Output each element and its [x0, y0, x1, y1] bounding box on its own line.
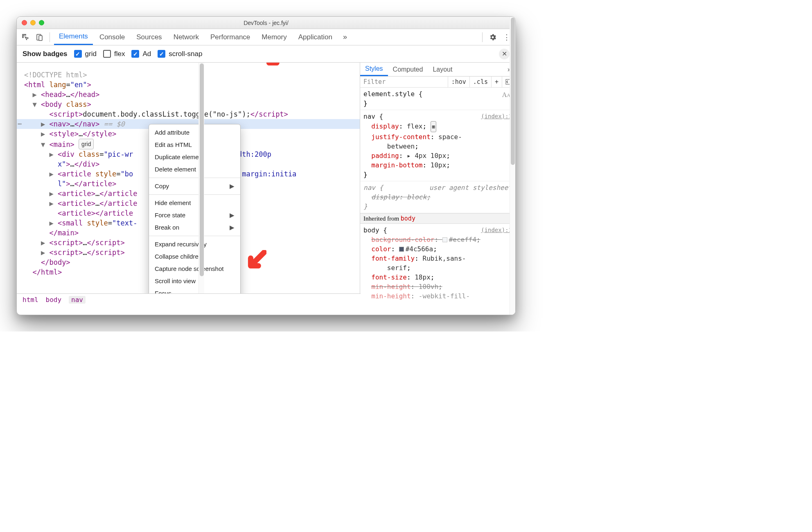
- badge-label: flex: [114, 50, 125, 58]
- rule-source-link[interactable]: (index):1: [481, 225, 512, 235]
- css-rule-nav-ua[interactable]: user agent stylesheet nav { display: blo…: [360, 181, 515, 213]
- main-toolbar: Elements Console Sources Network Perform…: [17, 29, 515, 45]
- dom-line[interactable]: <html lang="en">: [17, 80, 360, 90]
- show-badges-label: Show badges: [23, 50, 68, 58]
- rule-source-link[interactable]: (index):1: [481, 112, 512, 121]
- flex-editor-icon[interactable]: ▥: [431, 121, 437, 132]
- ctx-scroll-into-view[interactable]: Scroll into view: [149, 275, 240, 287]
- css-rule-body[interactable]: (index):1 body { background-color: #ecef…: [360, 224, 515, 302]
- checkbox-icon: [103, 50, 111, 58]
- font-size-icon[interactable]: AA: [502, 90, 510, 100]
- submenu-arrow-icon: ▶: [230, 223, 235, 232]
- more-tabs-chevron-icon[interactable]: »: [339, 33, 351, 41]
- ctx-copy[interactable]: Copy▶: [149, 180, 240, 192]
- crumb-body[interactable]: body: [46, 296, 62, 304]
- badge-label: scroll-snap: [169, 50, 202, 58]
- badge-checkbox-flex[interactable]: flex: [103, 50, 125, 58]
- styles-tab-layout[interactable]: Layout: [428, 63, 457, 76]
- checkbox-icon: [74, 50, 82, 58]
- tab-elements[interactable]: Elements: [54, 29, 93, 45]
- ctx-delete-element[interactable]: Delete element: [149, 163, 240, 176]
- styles-filter-input[interactable]: Filter: [360, 78, 448, 86]
- scrollbar[interactable]: [510, 17, 515, 315]
- submenu-arrow-icon: ▶: [230, 181, 235, 191]
- dom-line[interactable]: ▼ <body class>: [17, 99, 360, 109]
- cls-toggle[interactable]: .cls: [469, 77, 491, 87]
- badge-label: grid: [85, 50, 97, 58]
- device-toolbar-icon[interactable]: [33, 31, 45, 43]
- ctx-hide-element[interactable]: Hide element: [149, 197, 240, 209]
- scrollbar[interactable]: [198, 63, 204, 302]
- main-panels: <!DOCTYPE html> <html lang="en"> ▶ <head…: [17, 63, 515, 302]
- inherited-from-bar: Inherited from body: [360, 213, 515, 224]
- svg-rect-1: [39, 36, 42, 41]
- dom-line[interactable]: ▶ <head>…</head>: [17, 90, 360, 99]
- tab-console[interactable]: Console: [95, 30, 130, 45]
- badge-checkbox-grid[interactable]: grid: [74, 50, 97, 58]
- badge-checkbox-ad[interactable]: Ad: [131, 50, 151, 58]
- ctx-break-on[interactable]: Break on▶: [149, 221, 240, 234]
- tab-sources[interactable]: Sources: [131, 30, 167, 45]
- doctype-line: <!DOCTYPE html>: [17, 70, 360, 80]
- styles-tab-computed[interactable]: Computed: [388, 63, 428, 76]
- elements-tree[interactable]: <!DOCTYPE html> <html lang="en"> ▶ <head…: [17, 63, 360, 302]
- styles-tab-styles[interactable]: Styles: [360, 63, 388, 76]
- checkbox-icon: [158, 50, 165, 58]
- grid-badge[interactable]: grid: [79, 139, 94, 149]
- ctx-add-attribute[interactable]: Add attribute: [149, 126, 240, 139]
- ctx-force-state[interactable]: Force state▶: [149, 209, 240, 221]
- crumb-html[interactable]: html: [23, 296, 38, 304]
- tab-performance[interactable]: Performance: [205, 30, 255, 45]
- element-style-rule[interactable]: element.style {} AA: [360, 88, 515, 110]
- breadcrumb: html body nav: [17, 293, 361, 306]
- close-badges-bar-button[interactable]: ✕: [499, 49, 510, 59]
- add-rule-button[interactable]: +: [491, 77, 502, 87]
- devtools-window: DevTools - jec.fyi/ Elements Console Sou…: [16, 16, 516, 315]
- badge-checkbox-scroll-snap[interactable]: scroll-snap: [158, 50, 202, 58]
- tab-application[interactable]: Application: [293, 30, 337, 45]
- annotation-arrow-icon: [262, 63, 285, 70]
- badges-bar: Show badges grid flex Ad scroll-snap ✕: [17, 45, 515, 63]
- submenu-arrow-icon: ▶: [230, 210, 235, 220]
- css-rule-nav[interactable]: (index):1 nav { display: flex; ▥ justify…: [360, 110, 515, 181]
- tab-network[interactable]: Network: [169, 30, 204, 45]
- dom-line[interactable]: <script>document.body.classList.toggle("…: [17, 109, 360, 119]
- window-title: DevTools - jec.fyi/: [17, 20, 515, 26]
- titlebar: DevTools - jec.fyi/: [17, 17, 515, 29]
- ctx-capture-node-screenshot[interactable]: Capture node screenshot: [149, 263, 240, 275]
- badge-label: Ad: [142, 50, 151, 58]
- crumb-nav[interactable]: nav: [69, 296, 86, 304]
- hov-toggle[interactable]: :hov: [448, 77, 469, 87]
- settings-gear-icon[interactable]: [487, 33, 499, 41]
- styles-filter-row: Filter :hov .cls +: [360, 77, 515, 88]
- ctx-expand-recursively[interactable]: Expand recursively: [149, 238, 240, 250]
- context-menu: Add attribute Edit as HTML Duplicate ele…: [149, 124, 241, 302]
- ctx-edit-as-html[interactable]: Edit as HTML: [149, 139, 240, 151]
- ctx-duplicate-element[interactable]: Duplicate element: [149, 151, 240, 163]
- styles-panel: Styles Computed Layout » Filter :hov .cl…: [360, 63, 515, 302]
- styles-tabs: Styles Computed Layout »: [360, 63, 515, 77]
- inspect-element-icon[interactable]: [19, 31, 32, 43]
- ctx-collapse-children[interactable]: Collapse children: [149, 250, 240, 263]
- tab-memory[interactable]: Memory: [257, 30, 291, 45]
- checkbox-icon: [131, 50, 139, 58]
- annotation-arrow-icon: [244, 250, 266, 273]
